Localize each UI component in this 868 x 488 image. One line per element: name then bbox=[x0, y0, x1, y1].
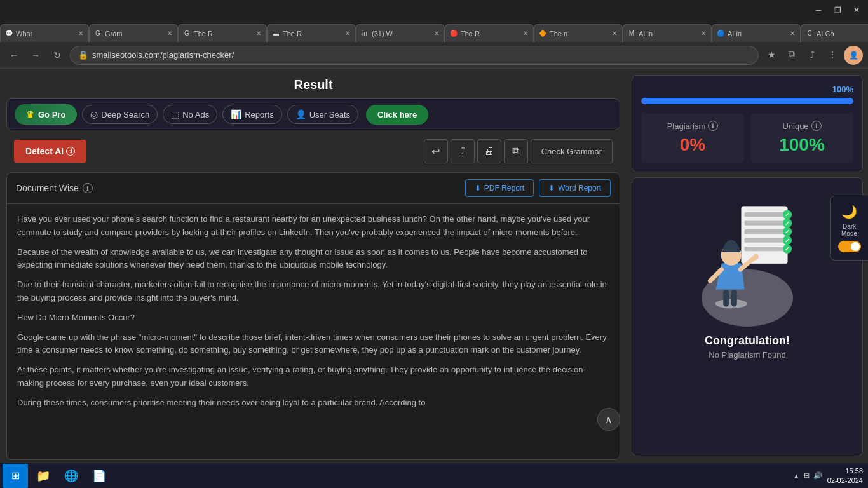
no-ads-button[interactable]: ⬚ No Ads bbox=[163, 105, 217, 124]
tab-close-t9[interactable]: ✕ bbox=[789, 29, 796, 37]
svg-point-23 bbox=[753, 254, 759, 260]
tab-favicon-t3: G bbox=[182, 29, 191, 38]
refresh-button[interactable]: ↻ bbox=[48, 46, 66, 64]
settings-icon[interactable]: ⋮ bbox=[824, 46, 841, 64]
system-tray: ▲ ⊟ 🔊 bbox=[793, 471, 822, 480]
word-report-button[interactable]: ⬇ Word Report bbox=[539, 179, 611, 197]
no-ads-icon: ⬚ bbox=[171, 109, 179, 119]
tab-label-t7: The n bbox=[550, 30, 567, 37]
tab-t6[interactable]: 🔴 The R ✕ bbox=[445, 24, 534, 42]
forward-button[interactable]: → bbox=[27, 46, 44, 64]
click-here-button[interactable]: Click here bbox=[366, 105, 428, 125]
minimize-button[interactable]: ─ bbox=[810, 3, 827, 17]
tab-t3[interactable]: G The R ✕ bbox=[178, 24, 267, 42]
tray-arrow[interactable]: ▲ bbox=[793, 472, 800, 480]
start-button[interactable]: ⊞ bbox=[3, 464, 28, 488]
maximize-button[interactable]: ❐ bbox=[829, 3, 846, 17]
tab-favicon-t7: 🔶 bbox=[538, 29, 547, 38]
tab-close-t7[interactable]: ✕ bbox=[611, 29, 618, 37]
tab-close-t5[interactable]: ✕ bbox=[433, 29, 440, 37]
taskbar-word[interactable]: 📄 bbox=[86, 464, 112, 488]
back-button[interactable]: ← bbox=[5, 46, 23, 64]
dark-mode-icon: 🌙 bbox=[841, 204, 857, 219]
download-word-icon: ⬇ bbox=[548, 184, 555, 193]
undo-button[interactable]: ↩ bbox=[424, 139, 448, 163]
go-pro-label: Go Pro bbox=[38, 110, 65, 119]
tab-label-t9: AI in bbox=[728, 30, 742, 37]
tab-close-t3[interactable]: ✕ bbox=[255, 29, 262, 37]
tab-t5[interactable]: in (31) W ✕ bbox=[356, 24, 445, 42]
svg-rect-3 bbox=[745, 221, 785, 226]
share-button[interactable]: ⤴ bbox=[803, 46, 821, 64]
tab-t2[interactable]: G Gram ✕ bbox=[89, 24, 178, 42]
svg-rect-19 bbox=[731, 290, 737, 307]
user-seats-icon: 👤 bbox=[295, 109, 306, 119]
tab-favicon-t5: in bbox=[360, 29, 369, 38]
taskbar-file-explorer[interactable]: 📁 bbox=[31, 464, 56, 488]
tab-t4[interactable]: ▬ The R ✕ bbox=[267, 24, 356, 42]
close-button[interactable]: ✕ bbox=[848, 3, 865, 17]
svg-rect-2 bbox=[745, 212, 785, 217]
go-pro-button[interactable]: ♛ Go Pro bbox=[15, 104, 77, 125]
tab-t9[interactable]: 🔵 AI in ✕ bbox=[712, 24, 801, 42]
stats-card: 100% Plagiarism ℹ 0% bbox=[632, 75, 863, 172]
copy-button[interactable]: ⧉ bbox=[504, 139, 528, 163]
tab-close-t2[interactable]: ✕ bbox=[166, 29, 173, 37]
svg-text:✓: ✓ bbox=[785, 229, 790, 235]
reports-button[interactable]: 📊 Reports bbox=[222, 105, 282, 124]
deep-search-button[interactable]: ◎ Deep Search bbox=[82, 105, 158, 124]
url-bar[interactable]: 🔒 smallseotools.com/plagiarism-checker/ bbox=[70, 46, 759, 65]
tab-t10[interactable]: C AI Co ✕ bbox=[801, 24, 868, 42]
tab-label-t5: (31) W bbox=[372, 30, 393, 37]
document-info-icon[interactable]: ℹ bbox=[83, 183, 93, 193]
tab-t7[interactable]: 🔶 The n ✕ bbox=[534, 24, 623, 42]
tray-icon-1: ⊟ bbox=[804, 471, 810, 480]
pdf-report-button[interactable]: ⬇ PDF Report bbox=[465, 179, 534, 197]
toolbar-strip: ♛ Go Pro ◎ Deep Search ⬚ No Ads 📊 Report… bbox=[6, 98, 620, 130]
system-clock[interactable]: 15:58 02-02-2024 bbox=[827, 466, 863, 485]
crown-icon: ♛ bbox=[26, 109, 34, 119]
tab-close-t4[interactable]: ✕ bbox=[344, 29, 351, 37]
check-grammar-button[interactable]: Check Grammar bbox=[531, 139, 613, 163]
plagiarism-value: 0% bbox=[649, 135, 736, 155]
document-actions: ⬇ PDF Report ⬇ Word Report bbox=[465, 179, 611, 197]
document-header: Document Wise ℹ ⬇ PDF Report ⬇ Word Repo… bbox=[7, 173, 620, 204]
tab-close-t1[interactable]: ✕ bbox=[77, 29, 85, 37]
taskbar-right: ▲ ⊟ 🔊 15:58 02-02-2024 bbox=[793, 466, 868, 485]
detect-ai-button[interactable]: Detect AI ℹ bbox=[14, 140, 86, 163]
document-paragraph: Have you ever used your phone's search f… bbox=[17, 213, 609, 240]
tab-label-t1: What bbox=[16, 30, 32, 37]
scroll-to-top-button[interactable]: ∧ bbox=[597, 408, 620, 431]
tab-favicon-t10: C bbox=[805, 29, 814, 38]
stats-header: 100% bbox=[641, 85, 853, 94]
title-bar: ─ ❐ ✕ bbox=[0, 0, 868, 20]
address-bar: ← → ↻ 🔒 smallseotools.com/plagiarism-che… bbox=[0, 42, 868, 69]
document-paragraph: How Do Micro-Moments Occur? bbox=[17, 311, 609, 325]
user-seats-button[interactable]: 👤 User Seats bbox=[287, 105, 358, 124]
browser-window: ─ ❐ ✕ 💬 What ✕ G Gram ✕ G The R ✕ ▬ The … bbox=[0, 0, 868, 463]
share-button[interactable]: ⤴ bbox=[451, 139, 475, 163]
tab-close-t6[interactable]: ✕ bbox=[522, 29, 529, 37]
user-seats-label: User Seats bbox=[309, 110, 350, 119]
clock-date: 02-02-2024 bbox=[827, 476, 863, 485]
tray-volume-icon[interactable]: 🔊 bbox=[813, 471, 822, 480]
stats-percent: 100% bbox=[832, 85, 853, 94]
svg-rect-18 bbox=[723, 290, 729, 307]
dark-mode-toggle[interactable] bbox=[838, 241, 861, 252]
print-button[interactable]: 🖨 bbox=[477, 139, 501, 163]
plagiarism-info-icon[interactable]: ℹ bbox=[708, 121, 718, 131]
unique-info-icon[interactable]: ℹ bbox=[811, 121, 822, 131]
taskbar-chrome[interactable]: 🌐 bbox=[58, 464, 84, 488]
tab-t8[interactable]: M AI in ✕ bbox=[623, 24, 712, 42]
tab-label-t2: Gram bbox=[105, 30, 123, 37]
tab-label-t10: AI Co bbox=[817, 30, 834, 37]
bookmark-button[interactable]: ★ bbox=[763, 46, 780, 64]
profile-avatar[interactable]: 👤 bbox=[844, 46, 863, 65]
document-paragraph: At these points, it matters whether you'… bbox=[17, 363, 609, 390]
tab-favicon-t8: M bbox=[627, 29, 636, 38]
extensions-button[interactable]: ⧉ bbox=[783, 46, 801, 64]
tab-favicon-t4: ▬ bbox=[271, 29, 280, 38]
document-paragraph: Because of the wealth of knowledge avail… bbox=[17, 246, 609, 273]
tab-close-t8[interactable]: ✕ bbox=[700, 29, 707, 37]
tab-t1[interactable]: 💬 What ✕ bbox=[0, 24, 89, 42]
